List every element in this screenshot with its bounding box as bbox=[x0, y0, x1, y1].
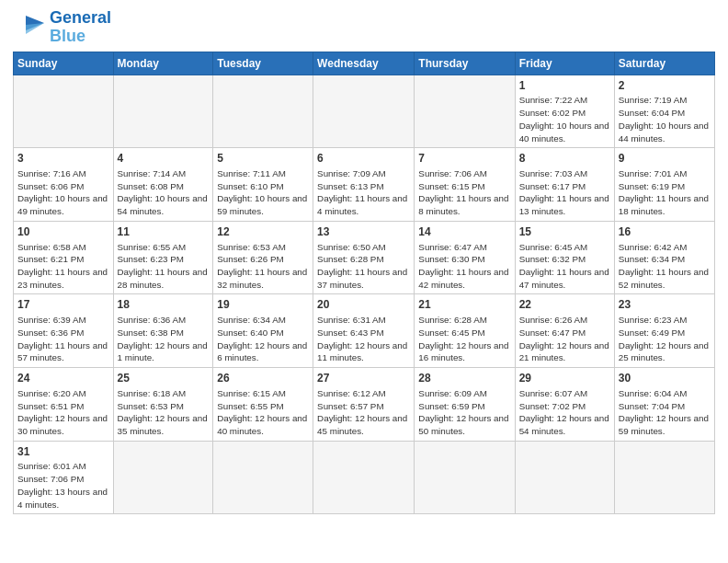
day-cell: 25Sunrise: 6:18 AM Sunset: 6:53 PM Dayli… bbox=[113, 368, 213, 442]
day-info: Sunrise: 6:26 AM Sunset: 6:47 PM Dayligh… bbox=[519, 314, 610, 364]
day-cell: 19Sunrise: 6:34 AM Sunset: 6:40 PM Dayli… bbox=[213, 294, 313, 368]
day-cell: 15Sunrise: 6:45 AM Sunset: 6:32 PM Dayli… bbox=[515, 221, 614, 294]
logo-text: GeneralBlue bbox=[50, 9, 111, 46]
weekday-friday: Friday bbox=[515, 52, 614, 75]
day-info: Sunrise: 6:58 AM Sunset: 6:21 PM Dayligh… bbox=[17, 241, 109, 292]
day-info: Sunrise: 6:12 AM Sunset: 6:57 PM Dayligh… bbox=[317, 387, 410, 438]
day-number: 14 bbox=[418, 224, 510, 240]
day-info: Sunrise: 6:23 AM Sunset: 6:49 PM Dayligh… bbox=[619, 314, 711, 364]
day-number: 1 bbox=[519, 78, 610, 94]
day-info: Sunrise: 6:39 AM Sunset: 6:36 PM Dayligh… bbox=[17, 314, 109, 364]
day-number: 10 bbox=[17, 224, 109, 240]
day-cell: 10Sunrise: 6:58 AM Sunset: 6:21 PM Dayli… bbox=[14, 221, 114, 294]
day-number: 8 bbox=[519, 151, 610, 167]
day-cell: 21Sunrise: 6:28 AM Sunset: 6:45 PM Dayli… bbox=[415, 294, 515, 368]
day-number: 13 bbox=[317, 224, 410, 240]
day-cell: 22Sunrise: 6:26 AM Sunset: 6:47 PM Dayli… bbox=[515, 294, 614, 368]
day-info: Sunrise: 6:09 AM Sunset: 6:59 PM Dayligh… bbox=[418, 387, 510, 438]
day-info: Sunrise: 6:20 AM Sunset: 6:51 PM Dayligh… bbox=[17, 387, 109, 438]
day-number: 5 bbox=[217, 151, 309, 167]
day-number: 27 bbox=[317, 371, 410, 386]
day-cell: 24Sunrise: 6:20 AM Sunset: 6:51 PM Dayli… bbox=[14, 368, 114, 442]
day-number: 2 bbox=[619, 78, 711, 94]
day-info: Sunrise: 7:11 AM Sunset: 6:10 PM Dayligh… bbox=[217, 167, 309, 218]
day-cell bbox=[415, 75, 515, 148]
week-row-4: 24Sunrise: 6:20 AM Sunset: 6:51 PM Dayli… bbox=[14, 368, 715, 442]
day-cell: 2Sunrise: 7:19 AM Sunset: 6:04 PM Daylig… bbox=[614, 75, 714, 148]
day-cell: 1Sunrise: 7:22 AM Sunset: 6:02 PM Daylig… bbox=[515, 75, 614, 148]
calendar-body: 1Sunrise: 7:22 AM Sunset: 6:02 PM Daylig… bbox=[14, 75, 715, 514]
weekday-tuesday: Tuesday bbox=[213, 52, 313, 75]
day-number: 7 bbox=[418, 151, 510, 167]
day-info: Sunrise: 6:28 AM Sunset: 6:45 PM Dayligh… bbox=[418, 314, 510, 364]
day-info: Sunrise: 6:07 AM Sunset: 7:02 PM Dayligh… bbox=[519, 387, 610, 438]
day-cell bbox=[515, 441, 614, 514]
day-info: Sunrise: 7:09 AM Sunset: 6:13 PM Dayligh… bbox=[317, 167, 410, 218]
weekday-monday: Monday bbox=[113, 52, 213, 75]
weekday-sunday: Sunday bbox=[14, 52, 114, 75]
day-number: 11 bbox=[118, 224, 210, 240]
day-number: 25 bbox=[118, 371, 210, 386]
day-number: 31 bbox=[17, 444, 109, 460]
day-info: Sunrise: 7:22 AM Sunset: 6:02 PM Dayligh… bbox=[519, 94, 610, 144]
day-info: Sunrise: 7:03 AM Sunset: 6:17 PM Dayligh… bbox=[519, 167, 610, 218]
day-cell bbox=[313, 75, 415, 148]
day-info: Sunrise: 7:19 AM Sunset: 6:04 PM Dayligh… bbox=[619, 94, 711, 144]
day-number: 30 bbox=[619, 371, 711, 386]
day-cell: 18Sunrise: 6:36 AM Sunset: 6:38 PM Dayli… bbox=[113, 294, 213, 368]
day-cell: 20Sunrise: 6:31 AM Sunset: 6:43 PM Dayli… bbox=[313, 294, 415, 368]
day-number: 3 bbox=[17, 151, 109, 167]
day-cell bbox=[14, 75, 114, 148]
day-cell bbox=[614, 441, 714, 514]
day-info: Sunrise: 7:06 AM Sunset: 6:15 PM Dayligh… bbox=[418, 167, 510, 218]
day-cell: 8Sunrise: 7:03 AM Sunset: 6:17 PM Daylig… bbox=[515, 148, 614, 222]
day-info: Sunrise: 7:16 AM Sunset: 6:06 PM Dayligh… bbox=[17, 167, 109, 218]
day-number: 16 bbox=[619, 224, 711, 240]
day-number: 29 bbox=[519, 371, 610, 386]
day-info: Sunrise: 6:47 AM Sunset: 6:30 PM Dayligh… bbox=[418, 241, 510, 292]
day-cell: 9Sunrise: 7:01 AM Sunset: 6:19 PM Daylig… bbox=[614, 148, 714, 222]
day-number: 18 bbox=[118, 297, 210, 313]
day-info: Sunrise: 6:18 AM Sunset: 6:53 PM Dayligh… bbox=[118, 387, 210, 438]
day-number: 26 bbox=[217, 371, 309, 386]
day-cell: 7Sunrise: 7:06 AM Sunset: 6:15 PM Daylig… bbox=[415, 148, 515, 222]
day-cell: 28Sunrise: 6:09 AM Sunset: 6:59 PM Dayli… bbox=[415, 368, 515, 442]
logo: GeneralBlue bbox=[13, 9, 111, 46]
day-cell bbox=[313, 441, 415, 514]
day-cell: 5Sunrise: 7:11 AM Sunset: 6:10 PM Daylig… bbox=[213, 148, 313, 222]
weekday-saturday: Saturday bbox=[614, 52, 714, 75]
day-cell: 16Sunrise: 6:42 AM Sunset: 6:34 PM Dayli… bbox=[614, 221, 714, 294]
day-cell: 14Sunrise: 6:47 AM Sunset: 6:30 PM Dayli… bbox=[415, 221, 515, 294]
day-info: Sunrise: 6:01 AM Sunset: 7:06 PM Dayligh… bbox=[17, 460, 109, 511]
day-info: Sunrise: 6:36 AM Sunset: 6:38 PM Dayligh… bbox=[118, 314, 210, 364]
day-cell: 11Sunrise: 6:55 AM Sunset: 6:23 PM Dayli… bbox=[113, 221, 213, 294]
day-cell: 17Sunrise: 6:39 AM Sunset: 6:36 PM Dayli… bbox=[14, 294, 114, 368]
calendar: SundayMondayTuesdayWednesdayThursdayFrid… bbox=[13, 52, 715, 515]
day-number: 23 bbox=[619, 297, 711, 313]
day-cell: 4Sunrise: 7:14 AM Sunset: 6:08 PM Daylig… bbox=[113, 148, 213, 222]
day-info: Sunrise: 6:42 AM Sunset: 6:34 PM Dayligh… bbox=[619, 241, 711, 292]
day-cell: 23Sunrise: 6:23 AM Sunset: 6:49 PM Dayli… bbox=[614, 294, 714, 368]
day-info: Sunrise: 6:31 AM Sunset: 6:43 PM Dayligh… bbox=[317, 314, 410, 364]
day-info: Sunrise: 6:53 AM Sunset: 6:26 PM Dayligh… bbox=[217, 241, 309, 292]
day-cell: 12Sunrise: 6:53 AM Sunset: 6:26 PM Dayli… bbox=[213, 221, 313, 294]
day-number: 6 bbox=[317, 151, 410, 167]
page-header: GeneralBlue bbox=[13, 9, 715, 46]
day-cell: 13Sunrise: 6:50 AM Sunset: 6:28 PM Dayli… bbox=[313, 221, 415, 294]
day-number: 4 bbox=[118, 151, 210, 167]
day-cell bbox=[113, 75, 213, 148]
day-info: Sunrise: 6:50 AM Sunset: 6:28 PM Dayligh… bbox=[317, 241, 410, 292]
day-info: Sunrise: 6:45 AM Sunset: 6:32 PM Dayligh… bbox=[519, 241, 610, 292]
week-row-1: 3Sunrise: 7:16 AM Sunset: 6:06 PM Daylig… bbox=[14, 148, 715, 222]
day-cell: 30Sunrise: 6:04 AM Sunset: 7:04 PM Dayli… bbox=[614, 368, 714, 442]
week-row-0: 1Sunrise: 7:22 AM Sunset: 6:02 PM Daylig… bbox=[14, 75, 715, 148]
day-cell: 27Sunrise: 6:12 AM Sunset: 6:57 PM Dayli… bbox=[313, 368, 415, 442]
weekday-header: SundayMondayTuesdayWednesdayThursdayFrid… bbox=[14, 52, 715, 75]
day-cell bbox=[213, 75, 313, 148]
day-cell bbox=[213, 441, 313, 514]
day-number: 12 bbox=[217, 224, 309, 240]
day-cell: 31Sunrise: 6:01 AM Sunset: 7:06 PM Dayli… bbox=[14, 441, 114, 514]
day-number: 20 bbox=[317, 297, 410, 313]
weekday-wednesday: Wednesday bbox=[313, 52, 415, 75]
day-number: 24 bbox=[17, 371, 109, 386]
